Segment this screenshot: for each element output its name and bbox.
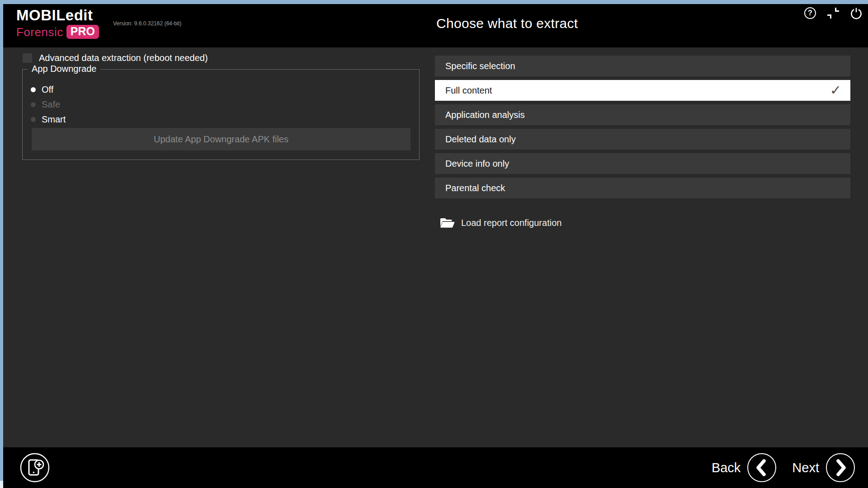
advanced-extraction-checkbox[interactable] bbox=[23, 53, 32, 63]
extract-item-deleted-data-only[interactable]: Deleted data only bbox=[435, 129, 850, 150]
update-apk-button[interactable]: Update App Downgrade APK files bbox=[32, 128, 410, 150]
next-label: Next bbox=[792, 460, 819, 475]
extract-item-parental-check[interactable]: Parental check bbox=[435, 178, 850, 198]
header-icon-group: ? bbox=[804, 7, 863, 19]
load-report-label: Load report configuration bbox=[461, 218, 561, 228]
extract-item-application-analysis[interactable]: Application analysis bbox=[435, 104, 850, 125]
advanced-extraction-row: Advanced data extraction (reboot needed) bbox=[23, 53, 208, 63]
radio-off[interactable]: Off bbox=[31, 84, 53, 95]
bottom-bar: Back Next bbox=[3, 447, 868, 488]
back-button[interactable]: Back bbox=[712, 453, 777, 483]
radio-safe: Safe bbox=[31, 99, 60, 110]
logo-pro-badge: PRO bbox=[66, 25, 99, 39]
desktop-frame-left bbox=[0, 4, 3, 488]
desktop-frame-left-bottom bbox=[0, 481, 3, 488]
page-title: Choose what to extract bbox=[436, 16, 578, 31]
chevron-right-icon bbox=[826, 453, 855, 483]
power-icon bbox=[850, 7, 863, 19]
logo-forensic: Forensic bbox=[16, 26, 63, 38]
extract-item-specific-selection[interactable]: Specific selection bbox=[435, 56, 850, 76]
version-text: Version: 9.6.0.32162 (64-bit) bbox=[113, 20, 181, 27]
extract-options-list: Specific selection Full content ✓ Applic… bbox=[435, 56, 850, 202]
checkmark-icon: ✓ bbox=[830, 84, 841, 97]
radio-smart[interactable]: Smart bbox=[31, 113, 66, 125]
extract-item-label: Full content bbox=[445, 85, 492, 96]
advanced-extraction-label: Advanced data extraction (reboot needed) bbox=[39, 53, 208, 63]
app-window: MOBILedit Forensic PRO Version: 9.6.0.32… bbox=[3, 4, 868, 488]
help-icon: ? bbox=[804, 7, 816, 19]
phone-add-icon bbox=[19, 452, 50, 483]
power-button[interactable] bbox=[850, 7, 863, 19]
radio-dot-icon bbox=[31, 117, 36, 122]
extract-item-full-content[interactable]: Full content ✓ bbox=[435, 80, 850, 101]
help-button[interactable]: ? bbox=[804, 7, 816, 19]
chevron-left-icon bbox=[747, 453, 777, 483]
header-bar: MOBILedit Forensic PRO Version: 9.6.0.32… bbox=[3, 4, 868, 47]
minimize-button[interactable] bbox=[827, 7, 840, 19]
connect-phone-button[interactable] bbox=[19, 452, 50, 483]
radio-safe-label: Safe bbox=[42, 99, 60, 110]
main-content: Advanced data extraction (reboot needed)… bbox=[3, 47, 868, 451]
compress-icon bbox=[827, 14, 831, 19]
open-folder-icon bbox=[439, 216, 455, 229]
radio-off-label: Off bbox=[42, 84, 53, 95]
back-label: Back bbox=[712, 460, 741, 475]
app-downgrade-groupbox: App Downgrade Off Safe Smart Update App … bbox=[22, 69, 420, 160]
compress-icon bbox=[835, 8, 839, 12]
app-logo: MOBILedit Forensic PRO bbox=[16, 8, 99, 39]
navigation-buttons: Back Next bbox=[712, 447, 855, 488]
app-downgrade-legend: App Downgrade bbox=[28, 64, 100, 74]
extract-item-device-info-only[interactable]: Device info only bbox=[435, 153, 850, 174]
load-report-configuration-button[interactable]: Load report configuration bbox=[439, 213, 561, 232]
logo-mobiledit: MOBILedit bbox=[16, 8, 99, 23]
next-button[interactable]: Next bbox=[792, 453, 855, 483]
radio-smart-label: Smart bbox=[42, 114, 66, 125]
radio-dot-icon bbox=[31, 87, 36, 92]
desktop-frame-top bbox=[0, 0, 868, 4]
radio-dot-icon bbox=[31, 102, 36, 107]
